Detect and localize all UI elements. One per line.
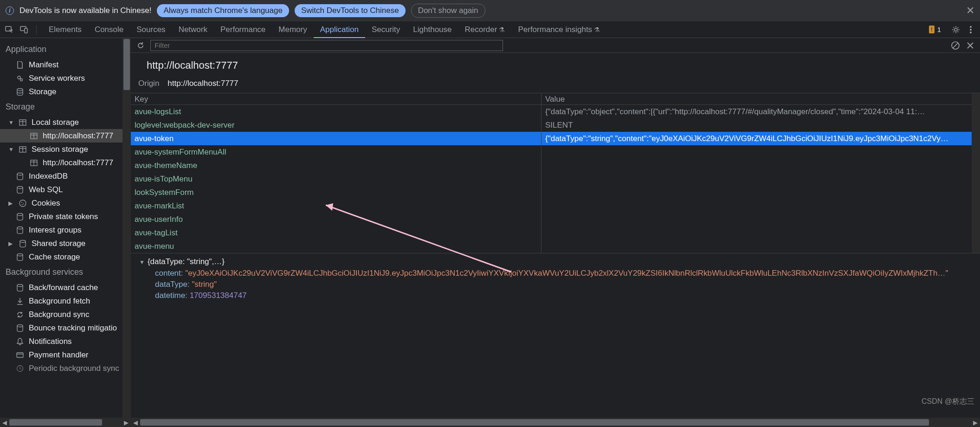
sidebar-item-bgfetch[interactable]: Background fetch	[0, 294, 122, 308]
switch-language-button[interactable]: Switch DevTools to Chinese	[295, 4, 406, 17]
cell-value	[542, 186, 972, 199]
cell-value: SILENT	[542, 118, 972, 132]
database-icon	[16, 186, 24, 194]
language-banner: i DevTools is now available in Chinese! …	[0, 0, 980, 21]
table-row[interactable]: avue-logsList{"dataType":"object","conte…	[131, 105, 972, 118]
col-key[interactable]: Key	[131, 93, 542, 104]
origin-title: http://localhost:7777	[131, 53, 980, 76]
sidebar-item-periodic[interactable]: Periodic background sync	[0, 362, 122, 375]
table-icon	[19, 145, 27, 154]
table-row[interactable]: avue-token{"dataType":"string","content"…	[131, 132, 972, 145]
svg-point-3	[954, 28, 957, 31]
beaker-icon: ⚗	[594, 26, 600, 33]
cell-key: lookSystemForm	[131, 186, 542, 199]
sidebar-item-bfcache[interactable]: Back/forward cache	[0, 281, 122, 294]
cell-value: {"dataType":"object","content":[{"url":"…	[542, 105, 972, 118]
cell-key: avue-token	[131, 132, 542, 145]
svg-rect-2	[25, 28, 27, 33]
sidebar-item-storage[interactable]: Storage	[0, 85, 122, 98]
sidebar-item-manifest[interactable]: Manifest	[0, 58, 122, 71]
filter-input[interactable]	[150, 40, 503, 51]
table-row[interactable]: lookSystemForm	[131, 186, 972, 199]
device-toggle-icon[interactable]	[18, 23, 31, 36]
svg-point-29	[17, 226, 23, 229]
svg-point-22	[17, 173, 23, 175]
sidebar-hscrollbar[interactable]: ◀▶	[0, 418, 131, 427]
sidebar-item-bgsync[interactable]: Background sync	[0, 308, 122, 321]
file-icon	[16, 61, 24, 69]
table-row[interactable]: avue-systemFormMenuAll	[131, 145, 972, 159]
cell-key: avue-isTopMenu	[131, 172, 542, 186]
sidebar-item-private-tokens[interactable]: Private state tokens	[0, 210, 122, 223]
sidebar-item-cache-storage[interactable]: Cache storage	[0, 250, 122, 264]
sidebar-item-indexeddb[interactable]: IndexedDB	[0, 169, 122, 183]
svg-point-30	[20, 240, 26, 242]
sidebar-item-service-workers[interactable]: Service workers	[0, 71, 122, 85]
table-icon	[30, 159, 38, 167]
svg-point-24	[19, 200, 26, 207]
svg-point-7	[18, 76, 20, 79]
sidebar-item-websql[interactable]: Web SQL	[0, 183, 122, 196]
close-banner-icon[interactable]: ✕	[966, 5, 974, 17]
dont-show-button[interactable]: Don't show again	[411, 4, 485, 18]
svg-line-38	[953, 43, 958, 48]
sidebar-item-bounce[interactable]: Bounce tracking mitigatio	[0, 321, 122, 335]
svg-point-27	[22, 204, 23, 205]
database-icon	[16, 172, 24, 181]
svg-point-23	[17, 186, 23, 188]
clear-all-icon[interactable]	[950, 40, 961, 51]
cookie-icon	[19, 199, 27, 207]
table-row[interactable]: avue-markList	[131, 199, 972, 213]
sidebar-item-session-storage[interactable]: ▼ Session storage	[0, 142, 122, 156]
table-icon	[19, 118, 27, 127]
table-row[interactable]: avue-themeName	[131, 159, 972, 172]
tab-security[interactable]: Security	[365, 21, 406, 38]
info-icon: i	[6, 6, 14, 15]
database-icon	[19, 239, 27, 248]
tab-sources[interactable]: Sources	[130, 21, 172, 38]
tab-performance[interactable]: Performance	[214, 21, 272, 38]
more-menu-icon[interactable]	[964, 23, 977, 36]
table-row[interactable]: avue-isTopMenu	[131, 172, 972, 186]
cell-value	[542, 145, 972, 159]
warning-badge-icon[interactable]: !	[929, 26, 935, 33]
sidebar-item-shared-storage[interactable]: ▶ Shared storage	[0, 237, 122, 250]
table-row[interactable]: avue-userInfo	[131, 213, 972, 226]
database-icon	[16, 284, 24, 292]
table-row[interactable]: loglevel:webpack-dev-serverSILENT	[131, 118, 972, 132]
sidebar-item-payment[interactable]: Payment handler	[0, 348, 122, 362]
cell-value	[542, 159, 972, 172]
table-row[interactable]: avue-tagList	[131, 226, 972, 239]
refresh-icon[interactable]	[135, 40, 146, 51]
tab-network[interactable]: Network	[172, 21, 214, 38]
svg-point-28	[17, 213, 23, 215]
cell-key: avue-themeName	[131, 159, 542, 172]
delete-selected-icon[interactable]	[965, 40, 975, 51]
tab-application[interactable]: Application	[314, 21, 365, 38]
tab-console[interactable]: Console	[88, 21, 130, 38]
sidebar-item-cookies[interactable]: ▶ Cookies	[0, 196, 122, 210]
tab-elements[interactable]: Elements	[42, 21, 88, 38]
sidebar-item-session-storage-origin[interactable]: http://localhost:7777	[0, 156, 122, 169]
match-language-button[interactable]: Always match Chrome's language	[157, 4, 289, 17]
tab-lighthouse[interactable]: Lighthouse	[406, 21, 458, 38]
sidebar-item-local-storage-origin[interactable]: http://localhost:7777	[0, 129, 122, 142]
caret-right-icon: ▶	[8, 240, 14, 247]
application-sidebar: Application Manifest Service workers Sto…	[0, 38, 131, 418]
svg-point-31	[17, 253, 23, 256]
tab-recorder[interactable]: Recorder⚗	[458, 21, 512, 38]
tab-performance-insights[interactable]: Performance insights⚗	[511, 21, 606, 38]
sidebar-item-interest-groups[interactable]: Interest groups	[0, 223, 122, 237]
expand-caret-icon[interactable]: ▼	[139, 259, 145, 265]
warning-count: 1	[937, 26, 941, 33]
table-scrollbar[interactable]	[972, 93, 980, 253]
tab-memory[interactable]: Memory	[272, 21, 313, 38]
main-hscrollbar[interactable]: ◀▶	[131, 418, 980, 427]
sidebar-scrollbar[interactable]	[122, 38, 131, 418]
col-value[interactable]: Value	[542, 93, 972, 104]
inspect-icon[interactable]	[3, 23, 16, 36]
sidebar-item-notifications[interactable]: Notifications	[0, 335, 122, 348]
table-row[interactable]: avue-menu	[131, 239, 972, 253]
sidebar-item-local-storage[interactable]: ▼ Local storage	[0, 116, 122, 129]
settings-gear-icon[interactable]	[949, 23, 962, 36]
